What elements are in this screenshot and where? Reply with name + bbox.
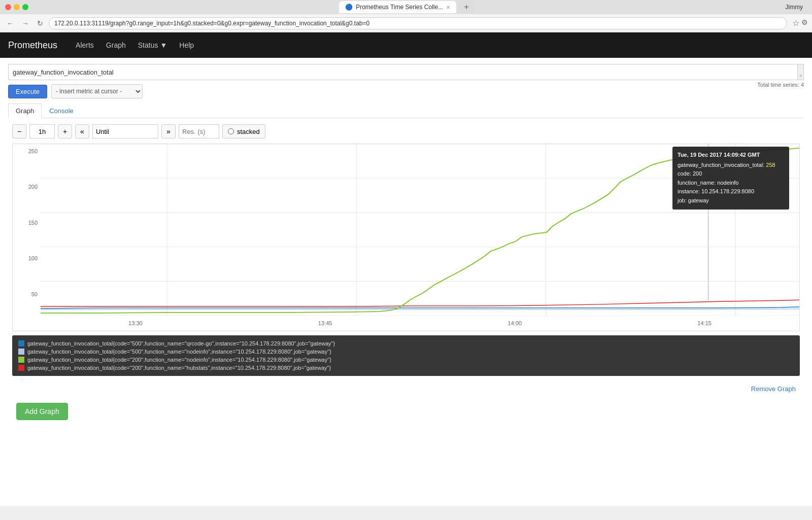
minimize-button[interactable] [14, 4, 20, 10]
y-axis: 250 200 150 100 50 [13, 144, 41, 331]
tab-graph[interactable]: Graph [8, 103, 42, 118]
tab-close-icon[interactable]: ✕ [446, 5, 450, 10]
tab-title: Prometheus Time Series Colle... [356, 4, 443, 11]
browser-chrome: 🔵 Prometheus Time Series Colle... ✕ + Ji… [0, 0, 812, 32]
range-increase-button[interactable]: + [58, 124, 72, 138]
chart-tooltip: Tue, 19 Dec 2017 14:09:42 GMT gateway_fu… [672, 147, 789, 210]
range-input[interactable] [29, 124, 55, 138]
bookmark-icon[interactable]: ☆ [792, 18, 799, 28]
stacked-button[interactable]: stacked [222, 124, 265, 138]
nav-alerts[interactable]: Alerts [70, 32, 100, 58]
tooltip-metric: gateway_function_invocation_total: 258 [678, 161, 784, 170]
end-time-input[interactable] [92, 124, 158, 138]
maximize-button[interactable] [22, 4, 28, 10]
time-forward-button[interactable]: » [161, 124, 176, 138]
tooltip-job: job: gateway [678, 196, 784, 205]
close-button[interactable] [5, 4, 11, 10]
remove-graph-link[interactable]: Remove Graph [751, 385, 796, 393]
bottom-row: Remove Graph [8, 380, 804, 398]
forward-nav-button[interactable]: → [19, 18, 31, 28]
extensions-icon[interactable]: ⚙ [801, 18, 808, 28]
y-label-50: 50 [16, 291, 38, 297]
browser-titlebar: 🔵 Prometheus Time Series Colle... ✕ + Ji… [0, 0, 812, 14]
range-decrease-button[interactable]: − [12, 124, 26, 138]
add-graph-row: Add Graph [8, 398, 804, 425]
legend-color-1 [18, 349, 24, 355]
y-label-150: 150 [16, 220, 38, 226]
chart-inner: 250 200 150 100 50 [13, 144, 799, 331]
chart-plot: Tue, 19 Dec 2017 14:09:42 GMT gateway_fu… [41, 144, 799, 316]
nav-brand: Prometheus [8, 40, 57, 51]
toolbar-row: Execute - insert metric at cursor - [8, 84, 804, 98]
time-back-button[interactable]: « [75, 124, 89, 138]
legend-item-1: gateway_function_invocation_total{code="… [18, 348, 794, 356]
tooltip-metric-name: gateway_function_invocation_total: [678, 162, 764, 168]
browser-user: Jimmy [785, 4, 807, 11]
nav-graph[interactable]: Graph [100, 32, 132, 58]
chevron-down-icon: ▼ [160, 41, 167, 49]
total-series-stat: Total time series: 4 [757, 81, 804, 89]
tooltip-value: 258 [766, 162, 775, 168]
metric-selector[interactable]: - insert metric at cursor - [51, 84, 143, 98]
legend-item-0: gateway_function_invocation_total{code="… [18, 339, 794, 348]
nav-status[interactable]: Status ▼ [132, 32, 174, 58]
legend-label-1: gateway_function_invocation_total{code="… [27, 349, 331, 355]
tab-row: Graph Console [8, 103, 804, 118]
traffic-lights [5, 4, 28, 10]
x-label-1330: 13:30 [128, 320, 143, 326]
x-axis: 13:30 13:45 14:00 14:15 [41, 316, 799, 331]
y-label-100: 100 [16, 255, 38, 261]
legend-item-3: gateway_function_invocation_total{code="… [18, 364, 794, 372]
resolution-input[interactable] [179, 124, 219, 138]
legend-label-0: gateway_function_invocation_total{code="… [27, 340, 335, 346]
tooltip-instance: instance: 10.254.178.229:8080 [678, 187, 784, 196]
back-nav-button[interactable]: ← [4, 18, 16, 28]
stacked-label: stacked [237, 128, 260, 135]
legend-color-0 [18, 340, 24, 346]
tab-console[interactable]: Console [42, 103, 81, 118]
tooltip-function-name: function_name: nodeinfo [678, 179, 784, 188]
tooltip-code: code: 200 [678, 169, 784, 179]
y-label-250: 250 [16, 148, 38, 154]
execute-button[interactable]: Execute [8, 85, 47, 98]
tooltip-header-time: Tue, 19 Dec 2017 14:09:42 GMT [678, 151, 784, 160]
chart-legend: gateway_function_invocation_total{code="… [12, 335, 800, 376]
browser-tab[interactable]: 🔵 Prometheus Time Series Colle... ✕ [339, 1, 456, 13]
x-label-1400: 14:00 [508, 320, 522, 326]
new-tab-button[interactable]: + [458, 1, 475, 13]
legend-color-3 [18, 365, 24, 371]
stacked-circle-icon [228, 128, 234, 134]
address-bar[interactable] [49, 17, 787, 29]
legend-label-3: gateway_function_invocation_total{code="… [27, 365, 331, 371]
search-row: ⠿ [8, 64, 804, 80]
app: Prometheus Alerts Graph Status ▼ Help Lo… [0, 32, 812, 506]
query-input[interactable] [8, 64, 798, 80]
nav-help[interactable]: Help [173, 32, 200, 58]
graph-controls: − + « » stacked [8, 124, 804, 138]
browser-toolbar: ← → ↻ ☆ ⚙ [0, 14, 812, 32]
resize-handle[interactable]: ⠿ [798, 64, 804, 80]
legend-label-2: gateway_function_invocation_total{code="… [27, 357, 331, 363]
content-area: Load time: 388ms Resolution: 14s Total t… [0, 58, 812, 431]
refresh-nav-button[interactable]: ↻ [35, 18, 46, 28]
y-label-200: 200 [16, 184, 38, 190]
legend-color-2 [18, 357, 24, 363]
x-label-1345: 13:45 [318, 320, 332, 326]
legend-item-2: gateway_function_invocation_total{code="… [18, 356, 794, 364]
add-graph-button[interactable]: Add Graph [16, 403, 68, 420]
chart-container: 250 200 150 100 50 [12, 144, 800, 331]
main-nav: Prometheus Alerts Graph Status ▼ Help [0, 32, 812, 58]
x-label-1415: 14:15 [697, 320, 712, 326]
